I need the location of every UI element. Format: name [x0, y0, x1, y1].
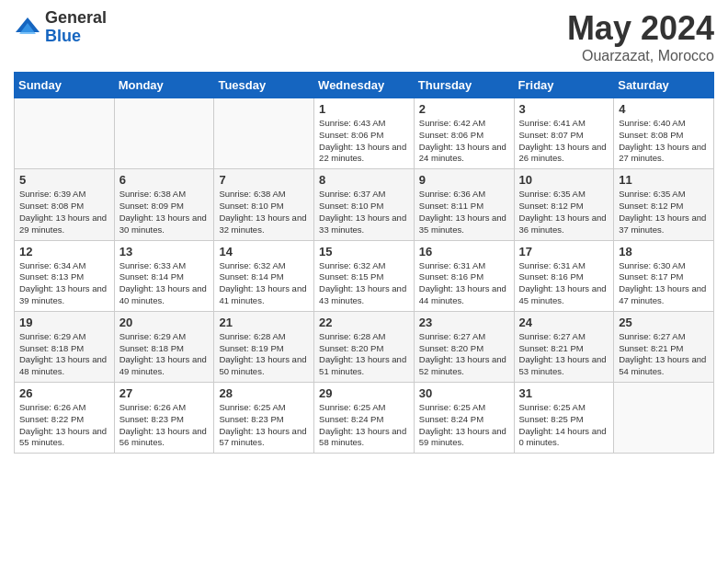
- day-info: Sunrise: 6:26 AM Sunset: 8:23 PM Dayligh…: [119, 402, 210, 449]
- day-number: 6: [119, 173, 210, 187]
- day-number: 9: [419, 173, 509, 187]
- table-row: 21Sunrise: 6:28 AM Sunset: 8:19 PM Dayli…: [214, 311, 314, 382]
- table-row: 29Sunrise: 6:25 AM Sunset: 8:24 PM Dayli…: [314, 383, 415, 454]
- table-row: 3Sunrise: 6:41 AM Sunset: 8:07 PM Daylig…: [514, 98, 614, 169]
- day-info: Sunrise: 6:41 AM Sunset: 8:07 PM Dayligh…: [519, 118, 609, 165]
- table-row: 26Sunrise: 6:26 AM Sunset: 8:22 PM Dayli…: [15, 383, 115, 454]
- day-number: 8: [319, 173, 409, 187]
- day-info: Sunrise: 6:25 AM Sunset: 8:25 PM Dayligh…: [519, 402, 609, 449]
- table-row: 6Sunrise: 6:38 AM Sunset: 8:09 PM Daylig…: [114, 169, 214, 240]
- header: General Blue May 2024 Ouarzazat, Morocco: [14, 9, 714, 64]
- logo-blue-text: Blue: [45, 28, 107, 46]
- table-row: 11Sunrise: 6:35 AM Sunset: 8:12 PM Dayli…: [614, 169, 714, 240]
- table-row: 8Sunrise: 6:37 AM Sunset: 8:10 PM Daylig…: [314, 169, 415, 240]
- day-info: Sunrise: 6:25 AM Sunset: 8:24 PM Dayligh…: [319, 402, 409, 449]
- day-number: 25: [619, 316, 709, 329]
- table-row: 17Sunrise: 6:31 AM Sunset: 8:16 PM Dayli…: [514, 240, 614, 311]
- day-number: 21: [219, 316, 309, 329]
- calendar-week-2: 5Sunrise: 6:39 AM Sunset: 8:08 PM Daylig…: [15, 169, 714, 240]
- title-month: May 2024: [567, 9, 714, 48]
- table-row: 30Sunrise: 6:25 AM Sunset: 8:24 PM Dayli…: [414, 383, 514, 454]
- col-saturday: Saturday: [614, 73, 714, 98]
- day-number: 31: [519, 386, 609, 400]
- table-row: [114, 98, 214, 169]
- day-number: 18: [619, 245, 709, 259]
- day-info: Sunrise: 6:38 AM Sunset: 8:09 PM Dayligh…: [119, 189, 210, 236]
- day-number: 26: [19, 386, 109, 400]
- day-number: 5: [19, 173, 109, 187]
- day-info: Sunrise: 6:28 AM Sunset: 8:20 PM Dayligh…: [319, 331, 409, 378]
- table-row: 10Sunrise: 6:35 AM Sunset: 8:12 PM Dayli…: [514, 169, 614, 240]
- table-row: 7Sunrise: 6:38 AM Sunset: 8:10 PM Daylig…: [214, 169, 314, 240]
- col-tuesday: Tuesday: [214, 73, 314, 98]
- table-row: 4Sunrise: 6:40 AM Sunset: 8:08 PM Daylig…: [614, 98, 714, 169]
- day-info: Sunrise: 6:36 AM Sunset: 8:11 PM Dayligh…: [419, 189, 509, 236]
- day-number: 14: [219, 245, 309, 259]
- day-info: Sunrise: 6:31 AM Sunset: 8:16 PM Dayligh…: [519, 260, 609, 307]
- table-row: 22Sunrise: 6:28 AM Sunset: 8:20 PM Dayli…: [314, 311, 415, 382]
- day-info: Sunrise: 6:39 AM Sunset: 8:08 PM Dayligh…: [19, 189, 109, 236]
- day-info: Sunrise: 6:31 AM Sunset: 8:16 PM Dayligh…: [419, 260, 509, 307]
- col-wednesday: Wednesday: [314, 73, 415, 98]
- day-number: 20: [119, 316, 210, 329]
- day-number: 22: [319, 316, 409, 329]
- day-info: Sunrise: 6:38 AM Sunset: 8:10 PM Dayligh…: [219, 189, 309, 236]
- table-row: 13Sunrise: 6:33 AM Sunset: 8:14 PM Dayli…: [114, 240, 214, 311]
- calendar-header-row: Sunday Monday Tuesday Wednesday Thursday…: [15, 73, 714, 98]
- day-number: 19: [19, 316, 109, 329]
- calendar-week-4: 19Sunrise: 6:29 AM Sunset: 8:18 PM Dayli…: [15, 311, 714, 382]
- table-row: 25Sunrise: 6:27 AM Sunset: 8:21 PM Dayli…: [614, 311, 714, 382]
- day-info: Sunrise: 6:27 AM Sunset: 8:21 PM Dayligh…: [619, 331, 709, 378]
- day-info: Sunrise: 6:42 AM Sunset: 8:06 PM Dayligh…: [419, 118, 509, 165]
- day-number: 30: [419, 386, 509, 400]
- table-row: 27Sunrise: 6:26 AM Sunset: 8:23 PM Dayli…: [114, 383, 214, 454]
- title-block: May 2024 Ouarzazat, Morocco: [567, 9, 714, 64]
- table-row: [15, 98, 115, 169]
- day-info: Sunrise: 6:30 AM Sunset: 8:17 PM Dayligh…: [619, 260, 709, 307]
- day-info: Sunrise: 6:35 AM Sunset: 8:12 PM Dayligh…: [519, 189, 609, 236]
- calendar-week-1: 1Sunrise: 6:43 AM Sunset: 8:06 PM Daylig…: [15, 98, 714, 169]
- day-info: Sunrise: 6:37 AM Sunset: 8:10 PM Dayligh…: [319, 189, 409, 236]
- table-row: 1Sunrise: 6:43 AM Sunset: 8:06 PM Daylig…: [314, 98, 415, 169]
- table-row: 18Sunrise: 6:30 AM Sunset: 8:17 PM Dayli…: [614, 240, 714, 311]
- day-number: 23: [419, 316, 509, 329]
- day-info: Sunrise: 6:33 AM Sunset: 8:14 PM Dayligh…: [119, 260, 210, 307]
- day-number: 2: [419, 102, 509, 116]
- day-info: Sunrise: 6:27 AM Sunset: 8:21 PM Dayligh…: [519, 331, 609, 378]
- table-row: [614, 383, 714, 454]
- day-info: Sunrise: 6:28 AM Sunset: 8:19 PM Dayligh…: [219, 331, 309, 378]
- calendar-week-3: 12Sunrise: 6:34 AM Sunset: 8:13 PM Dayli…: [15, 240, 714, 311]
- day-number: 10: [519, 173, 609, 187]
- day-info: Sunrise: 6:27 AM Sunset: 8:20 PM Dayligh…: [419, 331, 509, 378]
- day-number: 1: [319, 102, 409, 116]
- col-monday: Monday: [114, 73, 214, 98]
- logo-general-text: General: [45, 9, 107, 28]
- day-info: Sunrise: 6:32 AM Sunset: 8:14 PM Dayligh…: [219, 260, 309, 307]
- day-info: Sunrise: 6:35 AM Sunset: 8:12 PM Dayligh…: [619, 189, 709, 236]
- table-row: 28Sunrise: 6:25 AM Sunset: 8:23 PM Dayli…: [214, 383, 314, 454]
- day-info: Sunrise: 6:43 AM Sunset: 8:06 PM Dayligh…: [319, 118, 409, 165]
- day-number: 27: [119, 386, 210, 400]
- table-row: 23Sunrise: 6:27 AM Sunset: 8:20 PM Dayli…: [414, 311, 514, 382]
- day-info: Sunrise: 6:26 AM Sunset: 8:22 PM Dayligh…: [19, 402, 109, 449]
- page: General Blue May 2024 Ouarzazat, Morocco…: [0, 0, 728, 467]
- table-row: 31Sunrise: 6:25 AM Sunset: 8:25 PM Dayli…: [514, 383, 614, 454]
- day-number: 15: [319, 245, 409, 259]
- title-location: Ouarzazat, Morocco: [567, 48, 714, 64]
- table-row: 2Sunrise: 6:42 AM Sunset: 8:06 PM Daylig…: [414, 98, 514, 169]
- table-row: 14Sunrise: 6:32 AM Sunset: 8:14 PM Dayli…: [214, 240, 314, 311]
- day-number: 29: [319, 386, 409, 400]
- day-number: 16: [419, 245, 509, 259]
- table-row: 16Sunrise: 6:31 AM Sunset: 8:16 PM Dayli…: [414, 240, 514, 311]
- day-number: 13: [119, 245, 210, 259]
- logo: General Blue: [14, 9, 107, 46]
- table-row: 12Sunrise: 6:34 AM Sunset: 8:13 PM Dayli…: [15, 240, 115, 311]
- day-info: Sunrise: 6:32 AM Sunset: 8:15 PM Dayligh…: [319, 260, 409, 307]
- day-number: 11: [619, 173, 709, 187]
- day-number: 3: [519, 102, 609, 116]
- day-info: Sunrise: 6:25 AM Sunset: 8:24 PM Dayligh…: [419, 402, 509, 449]
- table-row: 19Sunrise: 6:29 AM Sunset: 8:18 PM Dayli…: [15, 311, 115, 382]
- table-row: 9Sunrise: 6:36 AM Sunset: 8:11 PM Daylig…: [414, 169, 514, 240]
- table-row: 15Sunrise: 6:32 AM Sunset: 8:15 PM Dayli…: [314, 240, 415, 311]
- table-row: 20Sunrise: 6:29 AM Sunset: 8:18 PM Dayli…: [114, 311, 214, 382]
